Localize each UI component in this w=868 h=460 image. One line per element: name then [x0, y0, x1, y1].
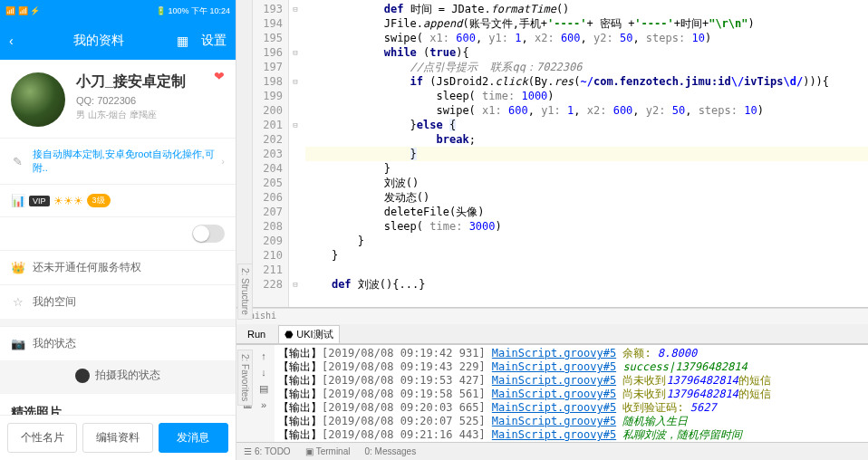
script-link-text: 接自动脚本定制,安卓免root自动化操作,可附..: [33, 148, 225, 175]
run-panel: ▶ ↑ ■ ↓ ⊘ ▤ 🖶 » 【输出】[2019/08/08 09:19:42…: [236, 344, 868, 442]
profile-card: 小刀_接安卓定制 QQ: 7022306 男 山东-烟台 摩羯座 ❤: [0, 60, 236, 138]
service-text: 还未开通任何服务特权: [33, 260, 141, 275]
ide-panel: 1931941951961971981992002012022032042052…: [236, 0, 868, 460]
phone-status-right: 🔋 100% 下午 10:24: [156, 5, 230, 17]
favorites-sidetab[interactable]: 2: Favorites: [237, 350, 253, 406]
favorite-icon[interactable]: ❤: [214, 69, 225, 83]
toggle-switch[interactable]: [192, 225, 225, 243]
level-row[interactable]: 📊 VIP ☀☀☀ 3级: [0, 184, 236, 216]
status-text: 我的状态: [33, 336, 76, 351]
structure-sidetab[interactable]: 2: Structure: [237, 264, 253, 320]
edit-button[interactable]: 编辑资料: [82, 423, 152, 453]
phone-preview: 📶 📶 ⚡ 🔋 100% 下午 10:24 ‹ 我的资料 ▦ 设置 小刀_接安卓…: [0, 0, 236, 460]
back-icon[interactable]: ‹: [9, 34, 14, 48]
fold-column[interactable]: ⊟⊟⊟⊟⊟⊟: [289, 0, 302, 307]
settings-link[interactable]: 设置: [201, 33, 227, 49]
profile-loc: 男 山东-烟台 摩羯座: [76, 109, 225, 121]
chevron-right-icon: ›: [221, 156, 225, 167]
status-prompt-text: 拍摄我的状态: [95, 368, 160, 383]
phone-header-title: 我的资料: [73, 33, 124, 49]
space-text: 我的空间: [33, 294, 76, 310]
status-bar: ☰ 6: TODO ▣ Terminal 0: Messages: [236, 442, 868, 460]
run-panel-wrapper: Run ⬣ UKI测试 ▶ ↑ ■ ↓ ⊘ ▤ 🖶 »: [236, 324, 868, 442]
phone-statusbar: 📶 📶 ⚡ 🔋 100% 下午 10:24: [0, 0, 236, 22]
star-icon: ☆: [11, 295, 25, 309]
status-todo[interactable]: ☰ 6: TODO: [244, 446, 291, 456]
run-output[interactable]: 【输出】[2019/08/08 09:19:42 931] MainScript…: [275, 345, 868, 442]
avatar[interactable]: [11, 72, 65, 127]
editor-area: 1931941951961971981992002012022032042052…: [236, 0, 868, 308]
run-tab-label[interactable]: Run: [242, 327, 271, 341]
photos-title: 精选照片: [0, 394, 236, 415]
vip-badge: VIP: [29, 196, 50, 206]
breadcrumb[interactable]: kaishi: [236, 308, 868, 324]
line-numbers: 1931941951961971981992002012022032042052…: [253, 0, 289, 307]
run-up-button[interactable]: ↑: [256, 349, 271, 363]
status-messages[interactable]: 0: Messages: [364, 446, 416, 456]
run-misc2-button[interactable]: ▤: [256, 381, 271, 396]
space-row[interactable]: ☆ 我的空间: [0, 284, 236, 319]
phone-header: ‹ 我的资料 ▦ 设置: [0, 22, 236, 60]
toggle-row: [0, 216, 236, 250]
run-down-button[interactable]: ↓: [256, 365, 271, 379]
phone-status-left: 📶 📶 ⚡: [5, 6, 40, 15]
bottom-bar: 个性名片 编辑资料 发消息: [0, 415, 236, 460]
test-tab[interactable]: ⬣ UKI测试: [278, 325, 339, 343]
profile-id: QQ: 7022306: [76, 95, 225, 106]
service-icon: 👑: [11, 261, 25, 274]
qrcode-icon[interactable]: ▦: [177, 34, 188, 48]
script-link-row[interactable]: ✎ 接自动脚本定制,安卓免root自动化操作,可附.. ›: [0, 138, 236, 184]
editor-gutter: [236, 0, 253, 307]
status-row[interactable]: 📷 我的状态: [0, 326, 236, 360]
level-badge: 3级: [87, 194, 111, 207]
code-editor[interactable]: def 时间 = JDate.formatTime() JFile.append…: [302, 0, 868, 307]
camera-icon: 📷: [11, 337, 25, 350]
profile-name: 小刀_接安卓定制: [76, 72, 225, 91]
status-prompt[interactable]: 拍摄我的状态: [0, 360, 236, 387]
run-tabs: Run ⬣ UKI测试: [236, 324, 868, 344]
phone-content: 小刀_接安卓定制 QQ: 7022306 男 山东-烟台 摩羯座 ❤ ✎ 接自动…: [0, 60, 236, 415]
send-button[interactable]: 发消息: [159, 423, 228, 453]
camera-dot-icon: [75, 369, 90, 383]
run-more-button[interactable]: »: [256, 398, 271, 412]
sun-icon: ☀☀☀: [53, 195, 83, 207]
status-terminal[interactable]: ▣ Terminal: [305, 446, 351, 456]
service-row[interactable]: 👑 还未开通任何服务特权: [0, 250, 236, 284]
test-tab-label: UKI测试: [296, 329, 333, 340]
pencil-icon: ✎: [11, 155, 25, 168]
card-button[interactable]: 个性名片: [7, 423, 77, 453]
level-icon: 📊: [11, 194, 25, 207]
